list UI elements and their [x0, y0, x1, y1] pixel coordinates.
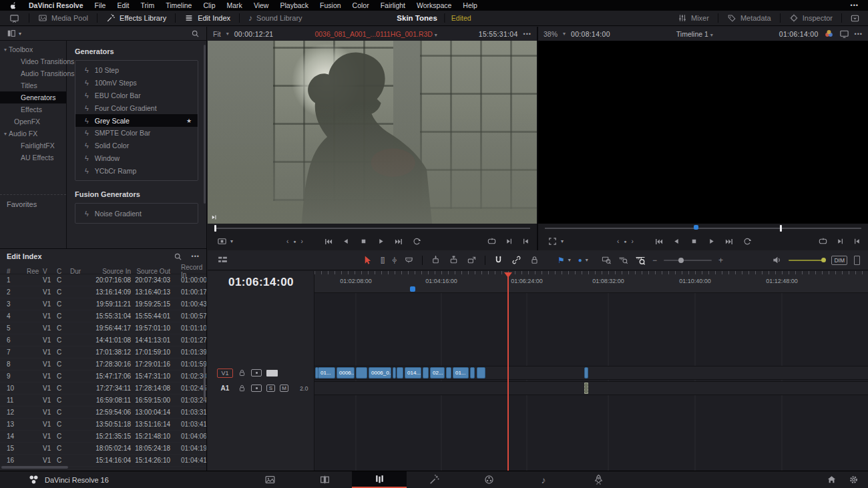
color-page-button[interactable]: [461, 471, 516, 488]
video-clip[interactable]: [446, 367, 451, 379]
dim-audio-button[interactable]: DIM: [831, 256, 847, 265]
generator-item[interactable]: ϟ Noise Gradient: [75, 207, 198, 220]
goto-end-button[interactable]: [394, 237, 403, 246]
loop-button[interactable]: [412, 237, 421, 246]
selection-tool-button[interactable]: [363, 255, 373, 265]
dual-screen-toggle[interactable]: [842, 13, 868, 23]
track-lock-icon[interactable]: [238, 369, 246, 377]
dynamic-trim-mode-button[interactable]: ‹|›: [392, 256, 396, 264]
edit-index-options-icon[interactable]: •••: [192, 253, 200, 260]
edit-index-row[interactable]: 9 V1 C 15:47:17:06 15:47:31:10 01:02:30:…: [0, 371, 206, 383]
video-clip[interactable]: [470, 367, 475, 379]
timeline-scrub-marker[interactable]: [694, 225, 698, 230]
video-clip[interactable]: 0006_0...: [369, 367, 391, 379]
video-clip[interactable]: [393, 367, 396, 379]
edit-index-search-icon[interactable]: [174, 252, 182, 261]
menu-item[interactable]: File: [95, 1, 106, 9]
video-clip[interactable]: [423, 367, 429, 379]
flag-button[interactable]: ⚑: [558, 256, 565, 265]
menu-item[interactable]: View: [254, 1, 269, 9]
menu-item[interactable]: Workspace: [417, 1, 451, 9]
monitor-volume-slider[interactable]: [789, 260, 825, 261]
col-source-out[interactable]: Source Out: [134, 268, 173, 275]
deliver-page-button[interactable]: [571, 471, 626, 488]
auto-select-toggle[interactable]: [251, 385, 262, 392]
menu-item[interactable]: Playback: [280, 1, 308, 9]
media-pool-button[interactable]: Media Pool: [29, 11, 97, 25]
edit-index-row[interactable]: 8 V1 C 17:28:30:16 17:29:01:16 01:01:59:…: [0, 358, 206, 371]
effects-sidebar-item[interactable]: Generators: [0, 91, 66, 103]
solo-button[interactable]: S: [266, 385, 275, 392]
audio-clip[interactable]: [584, 383, 588, 394]
fairlight-page-button[interactable]: ♪: [516, 471, 571, 488]
generator-item[interactable]: ϟ YCbCr Ramp: [75, 164, 198, 177]
menu-item[interactable]: Timeline: [166, 1, 192, 9]
v1-destination-button[interactable]: V1: [217, 369, 233, 378]
edit-index-row[interactable]: 5 V1 C 19:56:44:17 19:57:01:10 01:01:10:…: [0, 322, 206, 334]
timeline-view-options-icon[interactable]: [217, 254, 228, 266]
menu-overflow-icon[interactable]: •••: [851, 2, 859, 9]
edit-index-horizontal-scrollbar[interactable]: [1, 466, 68, 469]
video-clip[interactable]: 02...: [430, 367, 445, 379]
source-clip-name[interactable]: 0036_081_A001_...0111HG_001.R3D ▾: [278, 30, 473, 38]
timeline-ruler[interactable]: 01:02:08:00 01:04:16:00 01:06:24:00 01:0…: [314, 271, 868, 293]
menu-item[interactable]: Clip: [203, 1, 215, 9]
play-from-in-button[interactable]: [853, 237, 861, 246]
generator-item[interactable]: ϟ Solid Color: [75, 140, 198, 152]
timeline-zoom-select[interactable]: 38%: [544, 30, 558, 38]
video-clip[interactable]: [397, 367, 403, 379]
edit-index-row[interactable]: 4 V1 C 15:55:31:04 15:55:44:01 01:00:57:…: [0, 310, 206, 322]
timeline-viewer-image[interactable]: [538, 41, 868, 224]
effects-sidebar-item[interactable]: FairlightFX: [0, 140, 66, 152]
timeline-zoom-slider[interactable]: [664, 260, 712, 261]
col-source-in[interactable]: Source In: [95, 268, 134, 275]
zoom-out-button[interactable]: −: [652, 256, 657, 265]
menu-item[interactable]: Edit: [117, 1, 129, 9]
generator-item[interactable]: ϟ 100mV Steps: [75, 77, 198, 89]
goto-start-button[interactable]: [324, 237, 333, 246]
fusion-page-button[interactable]: [407, 471, 461, 488]
edit-index-row[interactable]: 13 V1 C 13:50:51:18 13:51:16:14 01:03:41…: [0, 419, 206, 431]
a1-destination-button[interactable]: A1: [217, 384, 233, 393]
full-extent-zoom-button[interactable]: [602, 255, 612, 265]
play-button[interactable]: [377, 237, 385, 246]
video-clip[interactable]: [477, 367, 485, 379]
audio-track-lane[interactable]: [314, 381, 868, 395]
generator-item[interactable]: ϟ Window: [75, 152, 198, 165]
zoom-in-button[interactable]: +: [718, 256, 723, 265]
timeline-name-select[interactable]: Timeline 1 ▾: [616, 30, 774, 38]
menu-item[interactable]: Mark: [227, 1, 242, 9]
generator-item[interactable]: ϟ EBU Color Bar: [75, 89, 198, 102]
jog-control[interactable]: ‹●›: [617, 232, 634, 250]
apple-menu-icon[interactable]: [9, 1, 17, 9]
edit-index-row[interactable]: 3 V1 C 19:59:11:21 19:59:25:15 01:00:43:…: [0, 298, 206, 310]
edit-index-row[interactable]: 7 V1 C 17:01:38:12 17:01:59:10 01:01:39:…: [0, 346, 206, 358]
stop-button[interactable]: [690, 237, 698, 246]
blade-tool-button[interactable]: [404, 255, 414, 265]
effects-sidebar-item[interactable]: OpenFX: [0, 115, 66, 128]
timeline-scrub-playhead[interactable]: [780, 225, 782, 232]
mixer-button[interactable]: Mixer: [669, 11, 718, 25]
custom-zoom-button[interactable]: [635, 255, 646, 266]
play-button[interactable]: [707, 237, 716, 246]
edit-index-row[interactable]: 15 V1 C 18:05:02:14 18:05:24:18 01:04:19…: [0, 443, 206, 455]
trim-edit-mode-button[interactable]: [|]: [381, 256, 384, 264]
video-clip[interactable]: [356, 367, 367, 379]
menu-item[interactable]: DaVinci Resolve: [29, 1, 83, 9]
source-display-mode-icon[interactable]: [217, 236, 227, 246]
effects-library-button[interactable]: Effects Library: [97, 11, 175, 25]
play-reverse-button[interactable]: [672, 237, 681, 246]
position-lock-toggle[interactable]: [529, 255, 539, 265]
detail-zoom-button[interactable]: [618, 255, 628, 265]
source-viewer-image[interactable]: [208, 41, 537, 224]
source-scrub-playhead[interactable]: [214, 225, 216, 232]
generator-item[interactable]: ϟ 10 Step: [75, 64, 198, 77]
audio-mute-icon[interactable]: [772, 255, 782, 265]
replace-clip-button[interactable]: [467, 255, 477, 265]
edit-index-row[interactable]: 14 V1 C 15:21:35:15 15:21:48:10 01:04:06…: [0, 431, 206, 443]
effects-sidebar-item[interactable]: ▾ Audio FX: [0, 128, 66, 140]
generators-scrollbar[interactable]: [204, 45, 206, 204]
edit-index-row[interactable]: 6 V1 C 14:41:01:08 14:41:13:01 01:01:27:…: [0, 334, 206, 346]
effects-sidebar-item[interactable]: Video Transitions: [0, 55, 66, 67]
menu-item[interactable]: Trim: [141, 1, 155, 9]
